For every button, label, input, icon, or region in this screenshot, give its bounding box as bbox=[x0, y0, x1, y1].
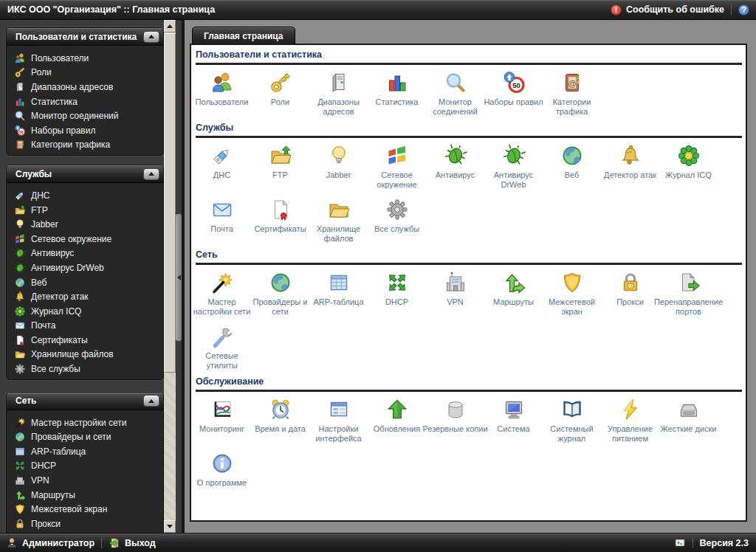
stats-icon bbox=[385, 71, 409, 94]
shortcut[interactable]: Сетевые утилиты bbox=[193, 325, 251, 371]
sidebar-item-label: Антивирус bbox=[31, 248, 74, 258]
panel-header[interactable]: Сеть bbox=[7, 393, 163, 410]
services-icon bbox=[385, 198, 409, 221]
shortcut[interactable]: Все службы bbox=[368, 198, 426, 244]
sidebar-item[interactable]: Маршруты bbox=[7, 488, 163, 503]
current-user[interactable]: Администратор bbox=[22, 538, 94, 548]
shortcut[interactable]: FTP bbox=[251, 144, 309, 190]
sidebar-item[interactable]: Провайдеры и сети bbox=[7, 429, 163, 444]
scroll-up-button[interactable] bbox=[164, 20, 176, 32]
shortcut[interactable]: ARP-таблица bbox=[309, 271, 368, 317]
shortcut-label: Веб bbox=[565, 170, 580, 180]
shortcut[interactable]: Детектор атак bbox=[601, 144, 659, 190]
shortcut[interactable]: Межсетевой экран bbox=[543, 271, 601, 317]
shortcut[interactable]: Система bbox=[484, 398, 543, 444]
sidebar-item[interactable]: Прокси bbox=[7, 517, 163, 531]
sidebar-item[interactable]: Антивирус DrWeb bbox=[7, 261, 163, 275]
shortcut[interactable]: @Категории трафика bbox=[543, 71, 601, 117]
shortcut-label: Сетевое окружение bbox=[377, 170, 416, 190]
shortcut[interactable]: Хранилище файлов bbox=[309, 198, 368, 244]
storage-icon bbox=[14, 348, 26, 360]
panel-header[interactable]: Пользователи и статистика bbox=[7, 28, 163, 46]
vpn-icon bbox=[14, 475, 26, 486]
sidebar-item[interactable]: @Категории трафика bbox=[7, 138, 163, 153]
shortcut[interactable]: Управление питанием bbox=[601, 398, 659, 444]
splitter-handle[interactable] bbox=[176, 214, 182, 341]
shortcut[interactable]: Жесткие диски bbox=[659, 398, 718, 444]
sidebar-item[interactable]: Диапазоны адресов bbox=[7, 80, 163, 94]
shortcut[interactable]: Антивирус bbox=[426, 144, 484, 190]
sidebar-item[interactable]: Монитор соединений bbox=[7, 108, 163, 123]
shortcut[interactable]: Провайдеры и сети bbox=[251, 271, 309, 317]
shortcut[interactable]: Прокси bbox=[601, 271, 659, 317]
sidebar-item[interactable]: FTP bbox=[7, 203, 163, 218]
shortcut[interactable]: Перенаправление портов bbox=[659, 271, 718, 317]
sidebar-item[interactable]: VPN bbox=[7, 473, 163, 488]
sidebar-splitter[interactable] bbox=[176, 20, 182, 533]
icq-icon bbox=[14, 306, 26, 317]
sidebar-panels: Пользователи и статистикаПользователиРол… bbox=[6, 20, 164, 533]
sidebar-item[interactable]: Детектор атак bbox=[7, 289, 163, 304]
sidebar-item[interactable]: Сетевое окружение bbox=[7, 232, 163, 246]
shortcut[interactable]: Монитор соединений bbox=[426, 71, 484, 117]
shortcut[interactable]: Почта bbox=[193, 198, 251, 244]
shortcut[interactable]: ДНС bbox=[193, 144, 251, 190]
panel-header[interactable]: Службы bbox=[7, 165, 163, 183]
shortcut[interactable]: Веб bbox=[543, 144, 601, 190]
sidebar-item[interactable]: Все службы bbox=[7, 362, 163, 376]
collapse-button[interactable] bbox=[143, 395, 159, 407]
shortcut[interactable]: Статистика bbox=[368, 71, 426, 117]
shortcut[interactable]: Системный журнал bbox=[543, 398, 601, 444]
shortcut[interactable]: Jabber bbox=[309, 144, 368, 190]
shortcut[interactable]: Время и дата bbox=[251, 398, 309, 444]
sidebar-item[interactable]: Jabber bbox=[7, 217, 163, 232]
collapse-button[interactable] bbox=[143, 31, 159, 43]
sidebar-item[interactable]: Роли bbox=[7, 66, 163, 80]
sidebar-item[interactable]: Сертификаты bbox=[7, 333, 163, 348]
sidebar-item[interactable]: Межсетевой экран bbox=[7, 502, 163, 517]
sidebar-item[interactable]: Веб bbox=[7, 275, 163, 290]
shortcut[interactable]: Диапазоны адресов bbox=[309, 71, 368, 117]
shortcut[interactable]: Журнал ICQ bbox=[659, 144, 718, 190]
sidebar-item[interactable]: ДНС bbox=[7, 188, 163, 203]
scroll-thumb[interactable] bbox=[164, 33, 176, 373]
sidebar-item[interactable]: Хранилище файлов bbox=[7, 348, 163, 362]
shortcut[interactable]: Антивирус DrWeb bbox=[484, 144, 543, 190]
shortcut[interactable]: Настройки интерфейса bbox=[309, 398, 368, 444]
scroll-down-button[interactable] bbox=[164, 520, 176, 533]
shortcut[interactable]: О программе bbox=[193, 452, 251, 498]
collapse-button[interactable] bbox=[143, 168, 159, 180]
help-icon[interactable]: ? bbox=[738, 4, 749, 15]
sidebar-item[interactable]: Статистика bbox=[7, 94, 163, 109]
sidebar-item-label: Маршруты bbox=[31, 490, 75, 500]
shortcut[interactable]: Мастер настройки сети bbox=[193, 271, 251, 317]
portforward-icon bbox=[677, 271, 701, 294]
sidebar-item[interactable]: Пользователи bbox=[7, 51, 163, 66]
svg-text:50: 50 bbox=[19, 130, 24, 134]
sidebar-item-label: Прокси bbox=[31, 519, 61, 529]
sidebar-item[interactable]: ARP-таблица bbox=[7, 444, 163, 459]
shortcut[interactable]: Роли bbox=[251, 71, 309, 117]
sidebar-item[interactable]: DHCP bbox=[7, 459, 163, 474]
sidebar-item[interactable]: Мастер настройки сети bbox=[7, 415, 163, 430]
sidebar-item[interactable]: Журнал ICQ bbox=[7, 304, 163, 319]
shortcut[interactable]: Обновления bbox=[368, 398, 426, 444]
tab-home[interactable]: Главная страница bbox=[192, 27, 295, 44]
up-arrow-icon bbox=[167, 24, 173, 28]
console-icon[interactable] bbox=[674, 537, 686, 549]
shortcut[interactable]: DHCP bbox=[368, 271, 426, 317]
shortcut[interactable]: Сертификаты bbox=[251, 198, 309, 244]
report-error-link[interactable]: Сообщить об ошибке bbox=[626, 4, 724, 15]
sidebar-scrollbar[interactable] bbox=[164, 20, 176, 533]
sidebar-item[interactable]: 50Наборы правил bbox=[7, 123, 163, 138]
shortcut[interactable]: Резервные копии bbox=[426, 398, 484, 444]
sidebar-item[interactable]: Почта bbox=[7, 319, 163, 334]
shortcut[interactable]: Мониторинг bbox=[193, 398, 251, 444]
shortcut[interactable]: Маршруты bbox=[484, 271, 543, 317]
logout-link[interactable]: Выход bbox=[125, 538, 156, 548]
shortcut[interactable]: Сетевое окружение bbox=[368, 144, 426, 190]
shortcut[interactable]: 50Наборы правил bbox=[484, 71, 543, 117]
sidebar-item[interactable]: Антивирус bbox=[7, 246, 163, 261]
shortcut[interactable]: Пользователи bbox=[193, 71, 251, 117]
shortcut[interactable]: VPN bbox=[426, 271, 484, 317]
